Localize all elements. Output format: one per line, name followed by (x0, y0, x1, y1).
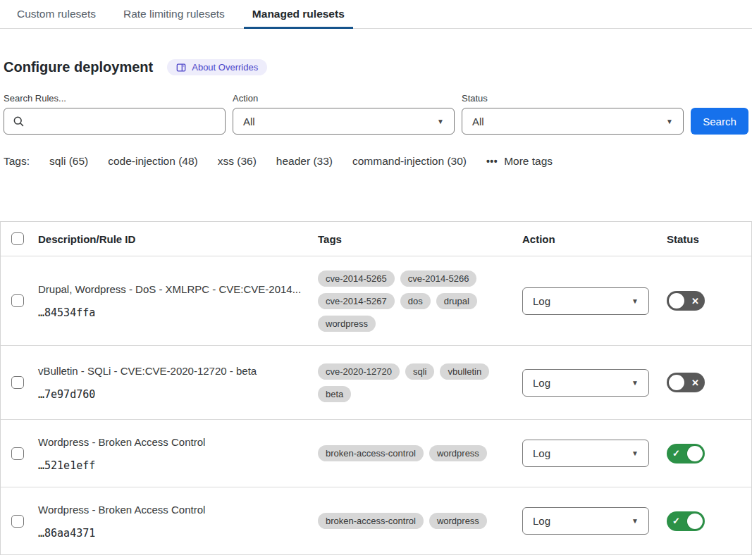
check-icon: ✓ (669, 516, 684, 526)
tag-chip: wordpress (318, 316, 376, 332)
rule-description-cell: Wordpress - Broken Access Control …86aa4… (38, 503, 318, 540)
tag-chip: cve-2014-5267 (318, 293, 395, 309)
chevron-down-icon: ▼ (437, 118, 444, 125)
tag-filter-xss[interactable]: xss (36) (218, 155, 257, 168)
about-overrides-link[interactable]: About Overrides (167, 59, 267, 75)
row-checkbox-cell (1, 515, 38, 528)
tags-bar: Tags: sqli (65) code-injection (48) xss … (4, 155, 748, 168)
tab-rate-limiting-rulesets[interactable]: Rate limiting rulesets (115, 0, 233, 28)
action-filter-select[interactable]: All ▼ (233, 108, 455, 135)
check-icon: ✓ (669, 448, 684, 459)
rule-tags-cell: broken-access-control wordpress (318, 513, 491, 529)
table-row: Drupal, Wordpress - DoS - XMLRPC - CVE:C… (1, 256, 751, 346)
rulesets-tab-bar: Custom rulesets Rate limiting rulesets M… (0, 0, 752, 29)
status-toggle[interactable]: ✕ (667, 373, 705, 392)
rule-action-value: Log (533, 295, 550, 307)
row-checkbox[interactable] (11, 515, 24, 528)
search-rules-input[interactable] (30, 116, 216, 127)
status-toggle[interactable]: ✓ (667, 511, 705, 531)
rule-status-cell: ✓ (663, 511, 751, 531)
rule-action-cell: Log ▼ (522, 507, 663, 535)
page-title: Configure deployment (4, 59, 153, 75)
rule-status-cell: ✓ (663, 444, 751, 463)
rule-tags-cell: cve-2014-5265 cve-2014-5266 cve-2014-526… (318, 270, 491, 332)
toggle-knob (669, 293, 684, 309)
book-icon (176, 63, 186, 73)
status-filter-value: All (472, 116, 484, 127)
col-header-action: Action (522, 233, 663, 245)
tag-chip: sqli (405, 363, 435, 380)
more-tags-label: More tags (504, 155, 553, 168)
search-rules-box (4, 108, 226, 135)
tag-filter-sqli[interactable]: sqli (65) (49, 155, 88, 168)
tag-chip: cve-2014-5266 (400, 270, 477, 287)
tag-chip: broken-access-control (318, 445, 424, 461)
status-toggle[interactable]: ✕ (667, 291, 705, 311)
row-checkbox[interactable] (11, 376, 24, 389)
chevron-down-icon: ▼ (631, 517, 639, 525)
tab-managed-rulesets[interactable]: Managed rulesets (244, 0, 353, 28)
search-button[interactable]: Search (691, 108, 748, 135)
rule-action-select[interactable]: Log ▼ (522, 507, 649, 535)
rule-id: …86aa4371 (38, 527, 318, 540)
tag-chip: wordpress (429, 445, 487, 461)
tag-chip: cve-2020-12720 (318, 363, 400, 380)
table-row: Wordpress - Broken Access Control …86aa4… (1, 487, 751, 555)
x-icon: ✕ (688, 378, 703, 388)
table-header-row: Description/Rule ID Tags Action Status (1, 222, 751, 256)
action-filter-group: Action All ▼ (233, 93, 455, 135)
rule-action-select[interactable]: Log ▼ (522, 287, 649, 315)
more-tags-button[interactable]: ••• More tags (486, 155, 553, 168)
toggle-knob (669, 375, 684, 390)
col-header-tags: Tags (318, 233, 522, 245)
rule-action-select[interactable]: Log ▼ (522, 440, 649, 467)
table-row: vBulletin - SQLi - CVE:CVE-2020-12720 - … (1, 346, 751, 420)
tag-filter-code-injection[interactable]: code-injection (48) (108, 155, 198, 168)
action-filter-value: All (243, 116, 255, 127)
rule-status-cell: ✕ (663, 373, 751, 392)
row-checkbox[interactable] (11, 294, 24, 307)
managed-rulesets-page: Custom rulesets Rate limiting rulesets M… (0, 0, 752, 560)
rule-title: Wordpress - Broken Access Control (38, 435, 318, 449)
tag-filter-header[interactable]: header (33) (276, 155, 333, 168)
rule-action-value: Log (533, 515, 550, 527)
rule-action-value: Log (533, 447, 550, 459)
search-rules-group: Search Rules... (4, 93, 226, 135)
rule-description-cell: Wordpress - Broken Access Control …521e1… (38, 435, 318, 472)
col-header-status: Status (663, 233, 751, 245)
tags-bar-label: Tags: (4, 155, 30, 168)
rule-action-cell: Log ▼ (522, 440, 663, 467)
col-header-description: Description/Rule ID (38, 233, 318, 245)
filter-bar: Search Rules... Action All ▼ (4, 93, 748, 135)
tag-chip: vbulletin (440, 363, 489, 380)
search-rules-label: Search Rules... (4, 93, 226, 104)
rule-action-select[interactable]: Log ▼ (522, 369, 649, 397)
tab-custom-rulesets[interactable]: Custom rulesets (8, 0, 104, 28)
status-toggle[interactable]: ✓ (667, 444, 705, 463)
toggle-knob (687, 446, 703, 461)
select-all-checkbox[interactable] (11, 232, 24, 245)
row-checkbox[interactable] (11, 447, 24, 460)
rule-title: Drupal, Wordpress - DoS - XMLRPC - CVE:C… (38, 282, 318, 296)
x-icon: ✕ (688, 296, 703, 306)
rule-id: …84534ffa (38, 306, 318, 319)
rule-description-cell: vBulletin - SQLi - CVE:CVE-2020-12720 - … (38, 364, 318, 401)
tag-chip: wordpress (429, 513, 487, 529)
rule-status-cell: ✕ (663, 291, 751, 311)
row-checkbox-cell (1, 376, 38, 389)
rules-table: Description/Rule ID Tags Action Status D… (0, 221, 752, 555)
row-checkbox-cell (1, 447, 38, 460)
action-filter-label: Action (233, 93, 455, 104)
row-checkbox-cell (1, 294, 38, 307)
ellipsis-icon: ••• (486, 156, 498, 167)
rule-title: Wordpress - Broken Access Control (38, 503, 318, 516)
chevron-down-icon: ▼ (631, 297, 639, 305)
table-row: Wordpress - Broken Access Control …521e1… (1, 420, 751, 487)
chevron-down-icon: ▼ (666, 118, 673, 125)
search-icon (13, 116, 25, 127)
status-filter-select[interactable]: All ▼ (462, 108, 684, 135)
heading-row: Configure deployment About Overrides (4, 59, 748, 75)
rule-title: vBulletin - SQLi - CVE:CVE-2020-12720 - … (38, 364, 318, 378)
tag-filter-command-injection[interactable]: command-injection (30) (352, 155, 467, 168)
rule-action-cell: Log ▼ (522, 369, 663, 397)
